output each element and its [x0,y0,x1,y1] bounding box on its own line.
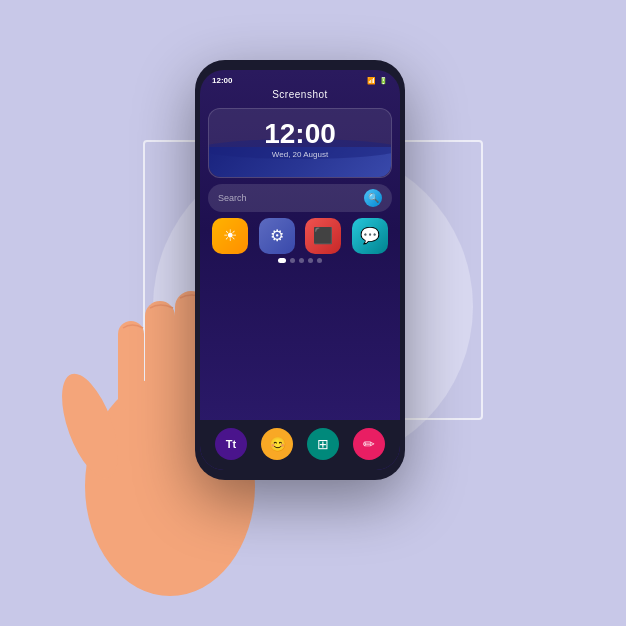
phone-screen: 12:00 📶 🔋 Screenshot 12:00 Wed, 20 Augus… [200,70,400,470]
svg-rect-4 [145,301,175,406]
phone: 12:00 📶 🔋 Screenshot 12:00 Wed, 20 Augus… [195,60,405,480]
messages-icon: 💬 [360,226,380,245]
draw-icon: ✏ [363,436,375,452]
phone-outer: 12:00 📶 🔋 Screenshot 12:00 Wed, 20 Augus… [195,60,405,480]
clock-time: 12:00 [221,119,379,150]
text-icon: Tt [226,438,236,450]
app-settings[interactable]: ⚙ [259,218,295,254]
app-messages[interactable]: 💬 [352,218,388,254]
phone-title: Screenshot [200,87,400,104]
emoji-icon: 😊 [269,436,286,452]
battery-icon: 🔋 [379,77,388,85]
crop-icon: ⊞ [317,436,329,452]
app-weather[interactable]: ☀ [212,218,248,254]
clock-date: Wed, 20 August [221,150,379,159]
dot-4 [308,258,313,263]
status-icons: 📶 🔋 [367,77,388,85]
status-bar: 12:00 📶 🔋 [200,70,400,87]
bottom-dock: Tt 😊 ⊞ ✏ [200,420,400,470]
dot-1 [278,258,286,263]
wifi-icon: 📶 [367,77,376,85]
app-camera[interactable]: ⬛ [305,218,341,254]
clock-widget: 12:00 Wed, 20 August [208,108,392,178]
search-bar[interactable]: Search 🔍 [208,184,392,212]
dock-crop[interactable]: ⊞ [307,428,339,460]
weather-icon: ☀ [223,226,237,245]
page-dots [200,258,400,263]
dot-3 [299,258,304,263]
dot-5 [317,258,322,263]
status-time: 12:00 [212,76,232,85]
search-placeholder: Search [218,193,247,203]
dot-2 [290,258,295,263]
app-grid: ☀ ⚙ ⬛ 💬 [210,218,390,254]
dock-emoji[interactable]: 😊 [261,428,293,460]
dock-text[interactable]: Tt [215,428,247,460]
svg-rect-5 [118,321,144,411]
camera-icon: ⬛ [313,226,333,245]
settings-icon: ⚙ [270,226,284,245]
search-icon: 🔍 [364,189,382,207]
scene: 12:00 📶 🔋 Screenshot 12:00 Wed, 20 Augus… [0,0,626,626]
dock-draw[interactable]: ✏ [353,428,385,460]
